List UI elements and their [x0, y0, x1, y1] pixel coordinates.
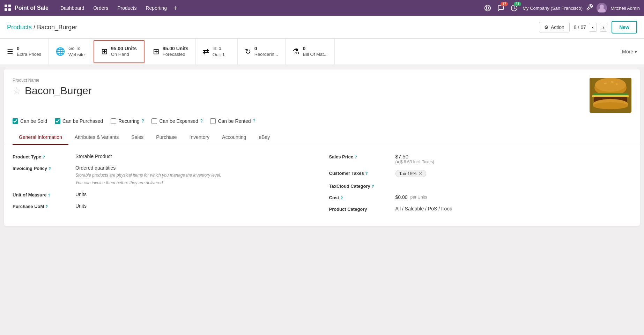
topnav-right: 17 51 My Company (San Francisco) Mitchel…	[483, 3, 640, 13]
recurring-input[interactable]	[111, 118, 116, 124]
taxcloud-help[interactable]: ?	[372, 184, 374, 188]
go-to-website-label: Go To Website	[68, 45, 85, 58]
sales-price-help[interactable]: ?	[355, 155, 357, 159]
content-area: Product Name ☆ Bacon_Burger	[4, 69, 640, 226]
avatar[interactable]	[597, 3, 607, 13]
box-icon-onhand: ⊞	[101, 47, 108, 56]
taxcloud-label: TaxCloud Category ?	[329, 183, 395, 189]
form-left: Product Type ? Storable Product Invoicin…	[13, 154, 315, 217]
product-image	[590, 78, 631, 113]
can-be-purchased-input[interactable]	[55, 118, 60, 124]
prev-page-button[interactable]: ‹	[589, 23, 597, 32]
cost-help[interactable]: ?	[340, 196, 343, 200]
company-name[interactable]: My Company (San Francisco)	[523, 6, 583, 11]
nav-add-button[interactable]: +	[172, 2, 179, 14]
invoicing-note1: Storable products are physical items for…	[75, 172, 315, 178]
customer-taxes-row: Customer Taxes ? Tax 15% ✕	[329, 170, 632, 177]
chat-badge: 17	[501, 2, 508, 6]
tab-general[interactable]: General Information	[13, 130, 68, 145]
svg-rect-1	[8, 5, 11, 7]
can-be-rented-label: Can be Rented	[218, 118, 251, 124]
svg-rect-2	[5, 8, 7, 11]
app-brand[interactable]: Point of Sale	[15, 5, 49, 11]
tab-ebay[interactable]: eBay	[252, 130, 276, 145]
nav-products[interactable]: Products	[113, 2, 141, 14]
extra-prices-value: 0	[17, 46, 41, 51]
reordering-value: 0	[254, 46, 278, 51]
bom-stat[interactable]: ⚗ 0 Bill Of Mat...	[286, 39, 335, 65]
purchase-uom-help[interactable]: ?	[45, 204, 48, 209]
can-be-expensed-input[interactable]	[151, 118, 157, 124]
product-type-label: Product Type ?	[13, 154, 75, 159]
invoicing-note2: You can invoice them before they are del…	[75, 180, 315, 186]
bom-value: 0	[303, 46, 328, 51]
expensed-help-icon[interactable]: ?	[200, 119, 203, 124]
arrows-icon: ⇄	[203, 47, 209, 56]
stats-bar: ☰ 0 Extra Prices 🌐 Go To Website ⊞ 95.00…	[0, 39, 644, 65]
purchase-uom-value[interactable]: Units	[75, 203, 315, 209]
product-name-label: Product Name	[13, 78, 590, 83]
clock-icon-btn[interactable]: 51	[509, 3, 519, 13]
nav-orders[interactable]: Orders	[89, 2, 112, 14]
invoicing-policy-label: Invoicing Policy ?	[13, 165, 75, 171]
unit-of-measure-value[interactable]: Units	[75, 192, 315, 197]
recurring-help-icon[interactable]: ?	[142, 119, 144, 124]
forecasted-label: Forecasted	[163, 51, 188, 58]
action-button[interactable]: ⚙ Action	[539, 22, 570, 32]
product-type-help[interactable]: ?	[43, 155, 45, 159]
reordering-label: Reorderin...	[254, 51, 278, 58]
tab-accounting[interactable]: Accounting	[216, 130, 252, 145]
tab-purchase[interactable]: Purchase	[150, 130, 183, 145]
support-icon-btn[interactable]	[483, 3, 493, 13]
tab-inventory[interactable]: Inventory	[183, 130, 216, 145]
price-incl-taxes: (= $ 8.63 Incl. Taxes)	[395, 159, 632, 164]
uom-help[interactable]: ?	[48, 193, 51, 197]
tab-sales[interactable]: Sales	[125, 130, 150, 145]
gear-icon: ⚙	[544, 24, 549, 30]
can-be-sold-input[interactable]	[13, 118, 18, 124]
settings-icon[interactable]	[586, 4, 593, 13]
out-value-row: Out: 1	[213, 52, 225, 58]
cost-label: Cost ?	[329, 194, 395, 200]
nav-dashboard[interactable]: Dashboard	[56, 2, 89, 14]
recurring-checkbox[interactable]: Recurring ?	[111, 118, 144, 124]
unit-of-measure-row: Unit of Measure ? Units	[13, 192, 315, 198]
clock-badge: 51	[514, 2, 521, 6]
can-be-expensed-checkbox[interactable]: Can be Expensed ?	[151, 118, 202, 124]
tax-badge-remove[interactable]: ✕	[419, 171, 422, 176]
forecasted-stat[interactable]: ⊞ 95.00 Units Forecasted	[146, 39, 196, 65]
svg-point-10	[595, 78, 626, 92]
reordering-stat[interactable]: ↻ 0 Reorderin...	[238, 39, 286, 65]
rented-help-icon[interactable]: ?	[253, 119, 256, 124]
in-out-stat[interactable]: ⇄ In: 1 Out: 1	[196, 39, 238, 65]
product-category-value[interactable]: All / Saleable / PoS / Food	[395, 206, 632, 211]
favorite-star-icon[interactable]: ☆	[13, 85, 21, 96]
on-hand-stat[interactable]: ⊞ 95.00 Units On Hand	[94, 40, 145, 63]
customer-taxes-value: Tax 15% ✕	[395, 170, 632, 177]
grid-icon[interactable]	[4, 4, 11, 12]
new-button[interactable]: New	[612, 21, 637, 34]
nav-reporting[interactable]: Reporting	[141, 2, 171, 14]
next-page-button[interactable]: ›	[600, 23, 608, 32]
product-type-value[interactable]: Storable Product	[75, 154, 315, 159]
sales-price-row: Sales Price ? $7.50 (= $ 8.63 Incl. Taxe…	[329, 154, 632, 164]
customer-taxes-help[interactable]: ?	[365, 171, 368, 176]
tab-attributes[interactable]: Attributes & Variants	[68, 130, 125, 145]
recurring-label: Recurring	[118, 118, 140, 124]
breadcrumb-parent[interactable]: Products	[7, 24, 32, 31]
can-be-expensed-label: Can be Expensed	[159, 118, 198, 124]
bom-label: Bill Of Mat...	[303, 51, 328, 58]
invoicing-policy-help[interactable]: ?	[49, 166, 51, 171]
product-name-row: ☆ Bacon_Burger	[13, 85, 590, 97]
extra-prices-stat[interactable]: ☰ 0 Extra Prices	[0, 39, 49, 65]
product-category-label: Product Category	[329, 206, 395, 212]
can-be-purchased-checkbox[interactable]: Can be Purchased	[55, 118, 103, 124]
more-button[interactable]: More ▾	[615, 39, 644, 65]
globe-icon: 🌐	[55, 47, 65, 56]
chat-icon-btn[interactable]: 17	[496, 3, 506, 13]
can-be-rented-input[interactable]	[210, 118, 216, 124]
can-be-sold-checkbox[interactable]: Can be Sold	[13, 118, 47, 124]
go-to-website-stat[interactable]: 🌐 Go To Website	[49, 39, 92, 65]
can-be-rented-checkbox[interactable]: Can be Rented ?	[210, 118, 255, 124]
tax-badge[interactable]: Tax 15% ✕	[395, 170, 427, 177]
